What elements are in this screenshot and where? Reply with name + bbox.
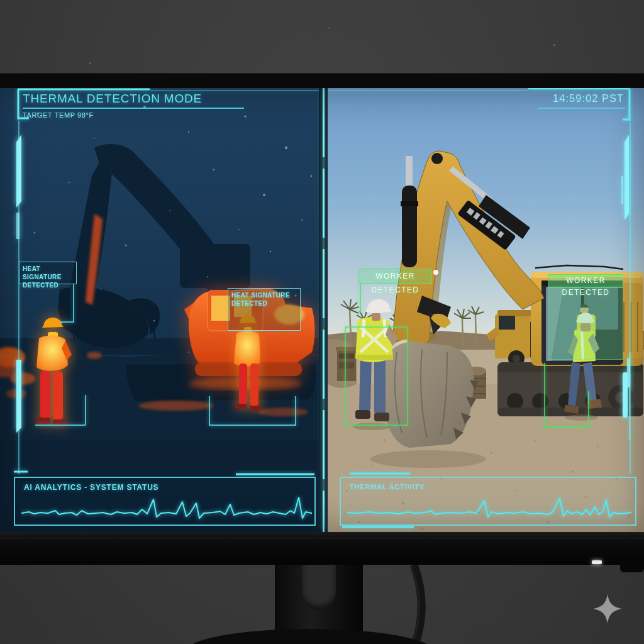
thermal-activity-panel: THERMAL ACTIVITY — [340, 477, 636, 526]
cable-slot — [302, 565, 336, 610]
heat-signature-label-2: HEAT SIGNATURE DETECTED — [228, 288, 301, 331]
rusty-equipment — [336, 347, 357, 381]
thermal-activity-waveform — [347, 494, 631, 522]
power-led — [592, 560, 602, 564]
title-underline — [23, 108, 244, 109]
wall-speck — [553, 44, 555, 46]
monitor-bezel-bottom — [0, 532, 644, 565]
system-status-label: AI ANALYTICS - SYSTEM STATUS — [24, 483, 158, 492]
sparkle-icon — [591, 592, 624, 625]
thermal-mode-title: THERMAL DETECTION MODE — [23, 92, 202, 106]
heat-signature-label-1: HEAT SIGNATURE DETECTED — [19, 262, 77, 284]
monitor-control-knob[interactable] — [620, 560, 644, 572]
wall-speck — [89, 62, 91, 64]
worker-detected-label-1: WORKER DETECTED — [358, 269, 432, 284]
monitor-screen: THERMAL DETECTION MODE TARGET TEMP 98°F … — [0, 88, 644, 532]
timestamp: 14:59:02 PST — [532, 92, 624, 104]
target-temp-label: TARGET TEMP 98°F — [23, 111, 94, 119]
panel-divider — [319, 88, 328, 532]
system-status-panel: AI ANALYTICS - SYSTEM STATUS — [14, 477, 316, 526]
divider-scan-line — [323, 88, 325, 532]
heat-label-line2: DETECTED — [231, 299, 297, 308]
bezel-seam — [0, 538, 644, 538]
timestamp-underline — [538, 108, 625, 109]
thermal-activity-label: THERMAL ACTIVITY — [350, 483, 425, 491]
monitor-stand — [275, 565, 363, 639]
monitor-bezel-top — [0, 73, 644, 89]
power-cable — [396, 565, 447, 644]
system-status-waveform — [21, 494, 312, 522]
heat-label-line1: HEAT SIGNATURE — [23, 265, 73, 281]
worker-detected-label-2: WORKER DETECTED — [548, 274, 623, 287]
wall-speck — [328, 28, 330, 29]
heat-label-line2: DETECTED — [23, 281, 73, 289]
heat-label-line1: HEAT SIGNATURE — [231, 291, 297, 299]
